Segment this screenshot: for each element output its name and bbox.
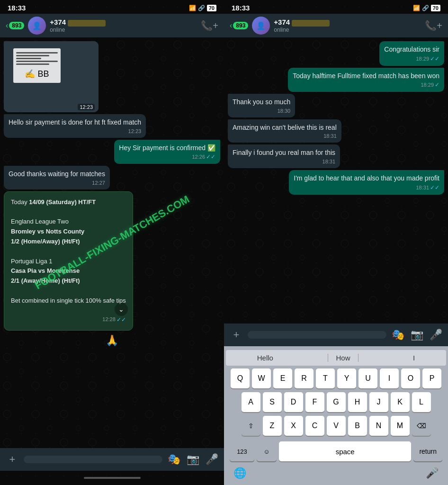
- key-v[interactable]: V: [327, 416, 346, 436]
- back-button[interactable]: ‹ 893: [230, 21, 248, 30]
- contact-avatar[interactable]: 👤: [28, 17, 46, 35]
- key-o[interactable]: O: [401, 368, 420, 388]
- msg-time: 18:29 ✓: [293, 81, 439, 88]
- bet-footer: Bet combined in single tick 100% safe ti…: [11, 296, 126, 306]
- left-status-icons: 📶 🔗 70: [189, 5, 216, 11]
- key-a[interactable]: A: [242, 392, 260, 412]
- key-l[interactable]: L: [412, 392, 431, 412]
- image-placeholder: ✍️ BB: [4, 41, 99, 112]
- document-preview: ✍️ BB: [13, 48, 61, 83]
- contact-status: online: [50, 27, 197, 33]
- expand-button[interactable]: ⌄: [115, 303, 128, 316]
- right-status-bar: 18:33 📶 🔗 70: [224, 0, 448, 14]
- msg-time: 12:27: [9, 180, 105, 186]
- key-t[interactable]: T: [316, 368, 335, 388]
- msg-text: Amazing win can't belive this is real: [233, 123, 337, 133]
- key-u[interactable]: U: [358, 368, 377, 388]
- contact-info: +374 online: [274, 18, 421, 33]
- camera-button[interactable]: 📷: [409, 327, 424, 342]
- call-button[interactable]: 📞+: [201, 20, 218, 31]
- key-p[interactable]: P: [422, 368, 441, 388]
- result-1: 1/2 (Home/Away) (Ht/Ft): [11, 237, 126, 247]
- key-y[interactable]: Y: [337, 368, 356, 388]
- key-b[interactable]: B: [348, 416, 367, 436]
- left-status-bar: 18:33 📶 🔗 70: [0, 0, 224, 14]
- outgoing-msg-congrats: Congratulations sir 18:29 ✓✓: [379, 41, 444, 66]
- mic-button[interactable]: 🎤: [428, 327, 443, 342]
- emoji-key[interactable]: ☺: [257, 441, 277, 461]
- key-s[interactable]: S: [263, 392, 282, 412]
- key-c[interactable]: C: [305, 416, 324, 436]
- read-receipt: ✓: [435, 81, 439, 88]
- globe-key[interactable]: 🌐: [233, 467, 246, 479]
- msg-text: Congratulations sir: [384, 45, 439, 54]
- msg-time: 12:23: [9, 128, 141, 134]
- mic-button[interactable]: 🎤: [204, 452, 219, 467]
- home-bar: [0, 471, 224, 485]
- key-n[interactable]: N: [369, 416, 388, 436]
- key-q[interactable]: Q: [231, 368, 250, 388]
- attach-button[interactable]: +: [229, 327, 244, 342]
- blurred-number: [292, 20, 330, 27]
- key-d[interactable]: D: [284, 392, 303, 412]
- match-2: Casa Pia vs Moreirense: [11, 266, 126, 276]
- msg-text: Good thanks waiting for matches: [9, 170, 105, 179]
- message-input[interactable]: [24, 456, 162, 463]
- numbers-key[interactable]: 123: [230, 441, 254, 461]
- key-f[interactable]: F: [305, 392, 324, 412]
- key-i[interactable]: I: [380, 368, 399, 388]
- key-x[interactable]: X: [284, 416, 303, 436]
- back-chevron: ‹: [230, 21, 232, 30]
- attach-button[interactable]: +: [5, 452, 20, 467]
- shift-key[interactable]: ⇧: [242, 416, 260, 436]
- key-j[interactable]: J: [369, 392, 388, 412]
- key-w[interactable]: W: [252, 368, 271, 388]
- sticker-button[interactable]: 🎭: [390, 327, 405, 342]
- msg-text: Hello sir payment is done for ht ft fixe…: [9, 118, 141, 127]
- signal-icon: 📶: [189, 5, 196, 11]
- contact-avatar[interactable]: 👤: [252, 17, 270, 35]
- msg-text: I'm glad to hear that and also that you …: [294, 174, 439, 183]
- message-input[interactable]: [248, 331, 386, 339]
- back-chevron: ‹: [6, 21, 8, 30]
- battery-indicator: 70: [207, 5, 216, 11]
- sticker-button[interactable]: 🎭: [166, 452, 181, 467]
- dictation-key[interactable]: 🎤: [426, 467, 439, 479]
- msg-time: 18:31 ✓✓: [294, 184, 439, 191]
- incoming-msg-3: Good thanks waiting for matches 12:27: [4, 166, 110, 189]
- msg-text: Today halftime Fulltime fixed match has …: [293, 72, 439, 81]
- suggestion-hello[interactable]: Hello: [250, 354, 281, 362]
- left-input-bar: + 🎭 📷 🎤: [0, 448, 224, 471]
- avatar-image: 👤: [28, 17, 46, 35]
- right-phone-panel: 18:33 📶 🔗 70 ‹ 893 👤 +374 online 📞+ Co: [224, 0, 448, 485]
- read-receipt: ✓✓: [430, 184, 439, 191]
- key-g[interactable]: G: [327, 392, 346, 412]
- left-chat-area: ✍️ BB 12:23 Hello sir payment is done fo…: [0, 37, 224, 448]
- back-button[interactable]: ‹ 893: [6, 21, 24, 30]
- right-time: 18:33: [232, 4, 250, 12]
- read-receipt: ✓✓: [206, 153, 215, 160]
- key-r[interactable]: R: [295, 368, 314, 388]
- league-2: Portugal Liga 1: [11, 257, 126, 267]
- return-key[interactable]: return: [413, 441, 442, 461]
- camera-button[interactable]: 📷: [185, 452, 200, 467]
- suggestion-i[interactable]: I: [405, 354, 422, 362]
- left-time: 18:33: [8, 4, 26, 12]
- msg-text: Finally i found you real man for this: [233, 148, 335, 158]
- keyboard-row-3: ⇧ Z X C V B N M ⌫: [226, 416, 446, 436]
- delete-key[interactable]: ⌫: [412, 416, 431, 436]
- battery-indicator: 70: [431, 5, 440, 11]
- key-z[interactable]: Z: [263, 416, 282, 436]
- key-m[interactable]: M: [391, 416, 410, 436]
- key-e[interactable]: E: [273, 368, 292, 388]
- left-chat-header: ‹ 893 👤 +374 online 📞+: [0, 14, 224, 37]
- space-key[interactable]: space: [279, 441, 411, 461]
- blurred-number: [68, 20, 106, 27]
- image-message[interactable]: ✍️ BB 12:23: [4, 41, 99, 112]
- outgoing-msg-halftime: Today halftime Fulltime fixed match has …: [288, 68, 444, 92]
- call-button[interactable]: 📞+: [425, 20, 442, 31]
- key-k[interactable]: K: [391, 392, 410, 412]
- key-h[interactable]: H: [348, 392, 367, 412]
- suggestion-how[interactable]: How: [328, 354, 358, 362]
- wifi-icon: 🔗: [422, 5, 429, 11]
